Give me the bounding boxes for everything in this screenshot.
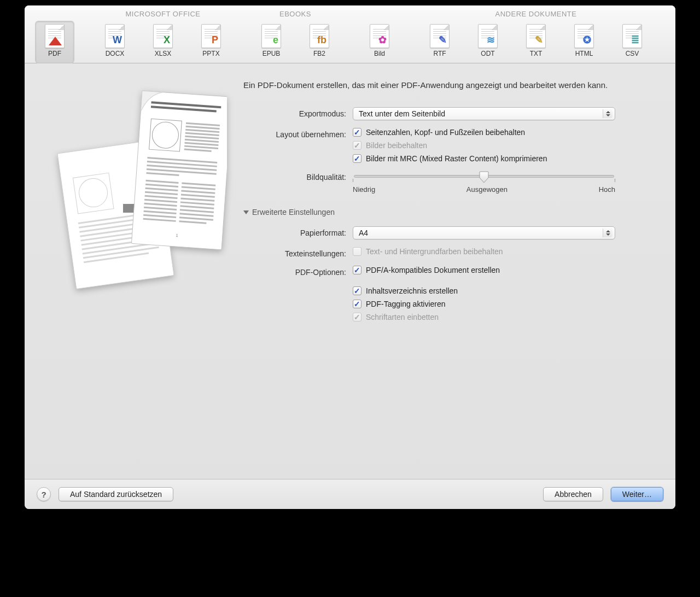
format-pdf-button[interactable]: PDF bbox=[36, 21, 74, 63]
xlsx-icon: X bbox=[151, 25, 174, 48]
toolbar-group: EBOOKSeEPUBfbFB2 bbox=[252, 10, 339, 63]
help-button[interactable]: ? bbox=[37, 487, 51, 501]
embedfonts-text: Schriftarten einbetten bbox=[366, 313, 439, 321]
format-label: XLSX bbox=[155, 50, 172, 57]
slider-thumb[interactable] bbox=[479, 171, 489, 182]
format-xlsx-button[interactable]: XXLSX bbox=[144, 21, 182, 63]
html-icon: ✪ bbox=[573, 25, 596, 48]
toolbar-group: PDF bbox=[46, 10, 74, 63]
format-label: PPTX bbox=[202, 50, 219, 57]
format-rtf-button[interactable]: ✎RTF bbox=[421, 21, 459, 63]
advanced-label: Erweiterte Einstellungen bbox=[252, 208, 335, 216]
exportmode-label: Exportmodus: bbox=[243, 107, 353, 118]
slider-track[interactable] bbox=[354, 175, 614, 178]
format-label: RTF bbox=[433, 50, 446, 57]
imagequality-label: Bildqualität: bbox=[243, 171, 353, 182]
format-odt-button[interactable]: ≋ODT bbox=[469, 21, 507, 63]
cancel-button[interactable]: Abbrechen bbox=[543, 487, 603, 501]
main-area: 1 Ein PDF-Dokument erstellen, das mit ei… bbox=[25, 63, 675, 479]
format-docx-button[interactable]: WDOCX bbox=[96, 21, 134, 63]
rtf-icon: ✎ bbox=[428, 25, 451, 48]
format-label: TXT bbox=[530, 50, 542, 57]
keep-colors-checkline: Text- und Hintergrundfarben beibehalten bbox=[353, 247, 659, 256]
slider-labels: Niedrig Ausgewogen Hoch bbox=[353, 185, 615, 194]
paperformat-label: Papierformat: bbox=[243, 226, 353, 237]
paperformat-select[interactable]: A4 bbox=[353, 226, 615, 239]
embedfonts-checkbox bbox=[353, 313, 361, 321]
toolbar-group: MICROSOFT OFFICEWDOCXXXLSXPPPTX bbox=[96, 10, 230, 63]
export-dialog: PDFMICROSOFT OFFICEWDOCXXXLSXPPPTXEBOOKS… bbox=[25, 5, 675, 509]
format-label: ODT bbox=[481, 50, 494, 57]
format-fb2-button[interactable]: fbFB2 bbox=[300, 21, 339, 63]
toc-checkline[interactable]: Inhaltsverzeichnis erstellen bbox=[353, 286, 659, 295]
reset-defaults-label: Auf Standard zurücksetzen bbox=[70, 490, 162, 499]
quality-mid: Ausgewogen bbox=[466, 185, 508, 194]
mrc-checkbox[interactable] bbox=[353, 154, 361, 163]
tagging-checkbox[interactable] bbox=[353, 300, 361, 308]
format-label: DOCX bbox=[106, 50, 125, 57]
layout-label: Layout übernehmen: bbox=[243, 128, 353, 139]
txt-icon: ✎ bbox=[524, 25, 547, 48]
pdfa-text: PDF/A-kompatibles Dokument erstellen bbox=[366, 266, 500, 274]
intro-text: Ein PDF-Dokument erstellen, das mit eine… bbox=[243, 80, 659, 91]
select-arrows-icon bbox=[603, 229, 612, 237]
keep-images-checkbox bbox=[353, 141, 361, 150]
keep-colors-checkbox bbox=[353, 247, 361, 256]
toolbar-group-title bbox=[59, 10, 61, 18]
bottom-bar: ? Auf Standard zurücksetzen Abbrechen We… bbox=[25, 479, 675, 509]
imagequality-slider[interactable]: Niedrig Ausgewogen Hoch bbox=[353, 171, 615, 194]
pdf-icon bbox=[43, 25, 66, 48]
keep-headers-checkbox[interactable] bbox=[353, 128, 361, 137]
triangle-down-icon bbox=[243, 210, 249, 214]
format-label: EPUB bbox=[262, 50, 281, 57]
toc-checkbox[interactable] bbox=[353, 286, 361, 295]
form-area: Ein PDF-Dokument erstellen, das mit eine… bbox=[243, 80, 659, 463]
bild-icon: ✿ bbox=[368, 25, 391, 48]
next-label: Weiter… bbox=[622, 490, 652, 499]
next-button[interactable]: Weiter… bbox=[611, 487, 663, 501]
format-label: FB2 bbox=[313, 50, 325, 57]
mrc-text: Bilder mit MRC (Mixed Raster Content) ko… bbox=[366, 154, 547, 163]
quality-low: Niedrig bbox=[353, 185, 375, 194]
paperformat-value: A4 bbox=[359, 229, 368, 237]
format-label: Bild bbox=[374, 50, 385, 57]
epub-icon: e bbox=[260, 25, 283, 48]
reset-defaults-button[interactable]: Auf Standard zurücksetzen bbox=[59, 487, 173, 501]
toolbar-group: ✿Bild bbox=[360, 10, 399, 63]
format-label: PDF bbox=[48, 50, 61, 57]
exportmode-select[interactable]: Text unter dem Seitenbild bbox=[353, 107, 615, 120]
toolbar-group: ANDERE DOKUMENTE✎RTF≋ODT✎TXT✪HTML≣CSV bbox=[421, 10, 651, 63]
format-epub-button[interactable]: eEPUB bbox=[252, 21, 290, 63]
pdfa-checkbox[interactable] bbox=[353, 266, 361, 274]
pdfoptions-label: PDF-Optionen: bbox=[243, 266, 353, 277]
keep-images-text: Bilder beibehalten bbox=[366, 141, 427, 150]
preview-illustration: 1 bbox=[41, 80, 232, 463]
format-toolbar: PDFMICROSOFT OFFICEWDOCXXXLSXPPPTXEBOOKS… bbox=[25, 5, 675, 63]
cancel-label: Abbrechen bbox=[555, 490, 592, 499]
keep-headers-checkline[interactable]: Seitenzahlen, Kopf- und Fußzeilen beibeh… bbox=[353, 128, 659, 137]
keep-headers-text: Seitenzahlen, Kopf- und Fußzeilen beibeh… bbox=[366, 128, 525, 137]
format-pptx-button[interactable]: PPPTX bbox=[192, 21, 230, 63]
textsettings-label: Texteinstellungen: bbox=[243, 247, 353, 258]
toc-text: Inhaltsverzeichnis erstellen bbox=[366, 286, 458, 295]
toolbar-group-title: MICROSOFT OFFICE bbox=[125, 10, 200, 18]
format-csv-button[interactable]: ≣CSV bbox=[613, 21, 651, 63]
tagging-checkline[interactable]: PDF-Tagging aktivieren bbox=[353, 300, 659, 308]
pdfa-checkline[interactable]: PDF/A-kompatibles Dokument erstellen bbox=[353, 266, 659, 274]
format-label: HTML bbox=[575, 50, 593, 57]
advanced-disclosure[interactable]: Erweiterte Einstellungen bbox=[243, 208, 659, 216]
mrc-checkline[interactable]: Bilder mit MRC (Mixed Raster Content) ko… bbox=[353, 154, 659, 163]
exportmode-value: Text unter dem Seitenbild bbox=[359, 109, 445, 118]
format-bild-button[interactable]: ✿Bild bbox=[360, 21, 399, 63]
csv-icon: ≣ bbox=[621, 25, 644, 48]
tagging-text: PDF-Tagging aktivieren bbox=[366, 300, 446, 308]
toolbar-group-title bbox=[378, 10, 381, 18]
embedfonts-checkline: Schriftarten einbetten bbox=[353, 313, 659, 321]
pptx-icon: P bbox=[200, 25, 223, 48]
toolbar-group-title: EBOOKS bbox=[279, 10, 311, 18]
format-txt-button[interactable]: ✎TXT bbox=[517, 21, 555, 63]
question-icon: ? bbox=[41, 490, 46, 499]
docx-icon: W bbox=[103, 25, 126, 48]
odt-icon: ≋ bbox=[476, 25, 499, 48]
format-html-button[interactable]: ✪HTML bbox=[565, 21, 603, 63]
